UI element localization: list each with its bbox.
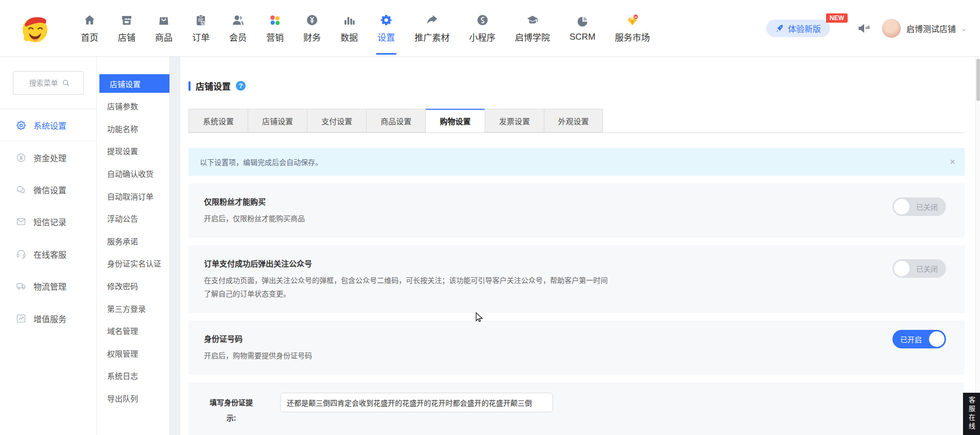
nav-item-finance[interactable]: 财务	[294, 0, 331, 57]
id-number-toggle[interactable]: 已开启	[892, 330, 946, 348]
tab-shop-settings[interactable]: 店铺设置	[248, 109, 307, 132]
submenu-item-feature-names[interactable]: 功能名称	[97, 118, 169, 140]
goods-bag-icon	[157, 13, 170, 27]
submenu-item-withdrawal[interactable]: 提现设置	[97, 140, 169, 162]
online-service-tab[interactable]: 客服在线	[963, 393, 980, 435]
tab-payment-settings[interactable]: 支付设置	[307, 109, 366, 132]
submenu-item-id-verification[interactable]: 身份证实名认证	[97, 252, 169, 275]
sidebar-item-label: 增值服务	[33, 312, 66, 325]
nav-item-marketing[interactable]: 营销	[256, 0, 294, 57]
headset-icon	[15, 248, 27, 260]
submenu-item-label: 浮动公告	[107, 213, 138, 224]
toggle-label: 已关闭	[916, 197, 938, 216]
nav-item-goods[interactable]: 商品	[145, 0, 182, 57]
svg-text:H: H	[634, 15, 637, 19]
submenu-item-auto-cancel[interactable]: 自动取消订单	[97, 185, 169, 207]
submenu-item-label: 店铺设置	[110, 78, 141, 89]
nav-item-miniprogram[interactable]: 小程序	[459, 0, 505, 57]
settings-submenu: 店铺设置 店铺参数 功能名称 提现设置 自动确认收货 自动取消订单 浮动公告 服…	[97, 57, 170, 435]
envelope-icon	[15, 216, 27, 227]
submenu-item-permissions[interactable]: 权限管理	[97, 342, 169, 365]
nav-item-scrm[interactable]: SCRM	[560, 0, 605, 57]
sidebar-item-wechat[interactable]: 微信设置	[0, 174, 96, 206]
truck-icon	[15, 280, 27, 292]
sidebar-item-funds[interactable]: 资金处理	[0, 141, 96, 173]
submenu-item-export-queue[interactable]: 导出队列	[97, 387, 169, 410]
nav-item-settings[interactable]: 设置	[368, 0, 405, 57]
tab-shopping-settings[interactable]: 购物设置	[425, 109, 485, 132]
submenu-item-label: 导出队列	[107, 393, 138, 404]
account-menu[interactable]: 启博测试店铺 ⌄	[882, 19, 967, 38]
primary-sidebar: 系统设置 资金处理 微信设置 短信记录 在线客服	[0, 57, 97, 435]
market-gem-icon: H	[626, 13, 639, 27]
submenu-item-label: 提现设置	[107, 145, 138, 156]
search-input[interactable]	[13, 72, 83, 94]
fans-only-toggle[interactable]: 已关闭	[892, 197, 946, 216]
close-icon[interactable]: ×	[950, 157, 955, 166]
nav-item-market[interactable]: H 服务市场	[605, 0, 660, 57]
toggle-knob	[929, 331, 944, 347]
nav-item-promote[interactable]: 推广素材	[405, 0, 459, 57]
submenu-item-label: 权限管理	[107, 348, 138, 359]
sidebar-item-label: 物流管理	[33, 280, 66, 292]
nav-item-orders[interactable]: 订单	[182, 0, 219, 57]
submenu-item-shop-params[interactable]: 店铺参数	[97, 95, 169, 118]
sidebar-item-sms[interactable]: 短信记录	[0, 206, 96, 238]
setting-title: 仅限粉丝才能购买	[204, 196, 949, 207]
sidebar-item-customer-service[interactable]: 在线客服	[0, 238, 96, 270]
scrollbar-thumb[interactable]	[976, 59, 980, 101]
setting-title: 身份证号码	[204, 333, 949, 344]
tab-goods-settings[interactable]: 商品设置	[366, 109, 425, 132]
sidebar-item-system-settings[interactable]: 系统设置	[0, 109, 96, 141]
autosave-info-banner: 以下设置项，编辑完成后会自动保存。 ×	[188, 148, 965, 176]
new-badge: NEW	[826, 13, 848, 23]
toggle-label: 已关闭	[916, 259, 938, 278]
submenu-item-system-log[interactable]: 系统日志	[97, 364, 169, 387]
wechat-icon	[15, 184, 27, 195]
nav-item-home[interactable]: 首页	[71, 0, 108, 57]
gear-icon	[15, 120, 27, 131]
sidebar-item-label: 资金处理	[33, 152, 66, 164]
header-right-controls: 体验新版 NEW 启博测试店铺 ⌄	[766, 0, 967, 57]
online-service-label: 客服在线	[967, 396, 976, 431]
submenu-item-label: 第三方登录	[107, 303, 146, 314]
submenu-item-third-party-login[interactable]: 第三方登录	[97, 297, 169, 320]
sidebar-item-value-added[interactable]: 增值服务	[0, 302, 96, 334]
follow-popup-toggle[interactable]: 已关闭	[892, 259, 946, 278]
sidebar-item-label: 微信设置	[33, 183, 66, 196]
tab-invoice-settings[interactable]: 发票设置	[485, 109, 544, 132]
submenu-item-domain[interactable]: 域名管理	[97, 320, 169, 342]
nav-item-data[interactable]: 数据	[331, 0, 368, 57]
nav-label: 首页	[81, 30, 98, 43]
help-icon[interactable]: ?	[236, 81, 246, 91]
page-title-row: 店铺设置 ?	[188, 79, 965, 92]
submenu-item-shop-settings[interactable]: 店铺设置	[99, 74, 169, 93]
submenu-item-service-promise[interactable]: 服务承诺	[97, 230, 169, 253]
miniprogram-icon	[476, 13, 489, 27]
sidebar-item-logistics[interactable]: 物流管理	[0, 270, 96, 302]
tab-appearance-settings[interactable]: 外观设置	[544, 109, 603, 132]
announcement-speaker-icon[interactable]	[857, 22, 870, 35]
nav-item-members[interactable]: 会员	[219, 0, 256, 57]
nav-item-academy[interactable]: 启博学院	[505, 0, 560, 57]
try-new-version-button[interactable]: 体验新版 NEW	[766, 20, 830, 37]
try-new-version-label: 体验新版	[788, 22, 821, 35]
submenu-item-auto-confirm[interactable]: 自动确认收货	[97, 162, 169, 185]
brand-logo-icon[interactable]	[19, 11, 51, 44]
setting-description: 开启后，仅限粉丝才能购买商品	[204, 212, 611, 225]
settings-gear-icon	[380, 13, 393, 27]
submenu-item-change-password[interactable]: 修改密码	[97, 275, 169, 297]
tab-system-settings[interactable]: 系统设置	[188, 109, 248, 132]
nav-label: 启博学院	[515, 30, 550, 43]
nav-item-store[interactable]: 店铺	[108, 0, 145, 57]
submenu-item-floating-notice[interactable]: 浮动公告	[97, 207, 169, 230]
setting-row-follow-popup: 订单支付成功后弹出关注公众号 在支付成功页面，弹出关注公众号的弹框，包含公众号二…	[188, 245, 965, 313]
settings-tabs: 系统设置 店铺设置 支付设置 商品设置 购物设置 发票设置 外观设置	[188, 109, 965, 133]
content-gutter	[170, 57, 180, 435]
id-prompt-label: 填写身份证提示:	[209, 395, 253, 426]
vertical-scrollbar[interactable]	[975, 57, 980, 435]
id-prompt-input[interactable]	[280, 393, 553, 412]
marketing-dots-icon	[268, 13, 282, 27]
nav-label: 服务市场	[615, 30, 650, 43]
trend-chart-icon	[15, 313, 27, 324]
